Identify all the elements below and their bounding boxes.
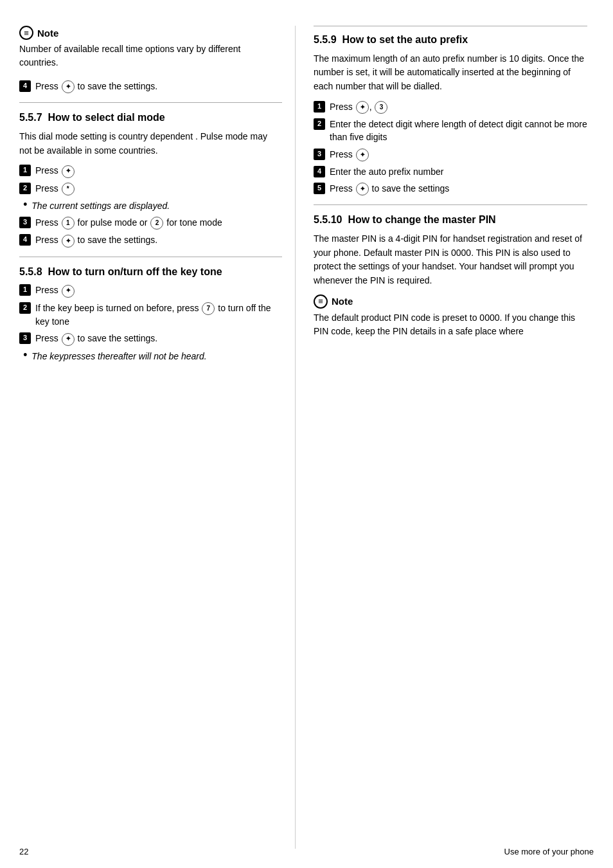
section-5510: 5.5.10 How to change the master PIN The … [314,213,587,338]
section-558-title: 5.5.8 How to turn on/turn off the key to… [19,265,282,279]
page-number: 22 [19,847,28,856]
divider-2 [19,257,282,257]
note-header-5510: ≡ Note [314,294,587,309]
step-559-3: 3 Press ✦ [314,148,587,161]
right-column: 5.5.9 How to set the auto prefix The max… [296,26,587,849]
step-num-559-1: 1 [314,101,325,113]
section-557-steps: 1 Press ✦ 2 Press * • The current settin… [19,164,282,247]
step-num-note-4: 4 [19,80,31,92]
step-558-3: 3 Press ✦ to save the settings. [19,332,282,345]
note-header-top: ≡ Note [19,26,282,40]
nav-icon-559-3: ✦ [356,149,369,161]
section-558-steps: 1 Press ✦ 2 If the key beep is turned on… [19,284,282,362]
step-557-2: 2 Press * [19,182,282,195]
section-5510-title: 5.5.10 How to change the master PIN [314,213,587,227]
step-text-559-5: Press ✦ to save the settings [330,182,587,195]
divider-right-mid [314,204,587,205]
step-557-3: 3 Press 1 for pulse mode or 2 for tone m… [19,216,282,230]
note-icon-5510: ≡ [314,294,328,309]
section-559-title: 5.5.9 How to set the auto prefix [314,33,587,47]
step-557-1: 1 Press ✦ [19,164,282,177]
step-559-2: 2 Enter the detect digit where length of… [314,118,587,144]
step-text-559-2: Enter the detect digit where length of d… [330,118,587,144]
step-558-bullet: • The keypresses thereafter will not be … [19,350,282,363]
step-text-557-1: Press ✦ [35,164,282,177]
section-557: 5.5.7 How to select dial mode This dial … [19,111,282,247]
note-text-5510: The default product PIN code is preset t… [314,311,587,338]
section-559: 5.5.9 How to set the auto prefix The max… [314,26,587,195]
step-num-557-3: 3 [19,217,31,228]
two-icon-557-3: 2 [150,217,163,230]
nav-icon-557-4: ✦ [62,235,75,248]
step-num-558-3: 3 [19,332,31,344]
section-5510-desc: The master PIN is a 4-digit PIN for hand… [314,232,587,288]
step-text-557-3: Press 1 for pulse mode or 2 for tone mod… [35,216,282,230]
step-text-557-4: Press ✦ to save the settings. [35,233,282,247]
bullet-text-558: The keypresses thereafter will not be he… [31,350,206,363]
note-icon-top: ≡ [19,26,33,40]
step-557-4: 4 Press ✦ to save the settings. [19,233,282,247]
step-num-559-2: 2 [314,118,325,130]
step-559-5: 5 Press ✦ to save the settings [314,182,587,195]
step-text-558-1: Press ✦ [35,284,282,297]
step-text-557-2: Press * [35,182,282,195]
step-557-bullet: • The current settings are displayed. [19,199,282,212]
step-text-558-2: If the key beep is turned on before, pre… [35,302,282,329]
section-559-steps: 1 Press ✦, 3 2 Enter the detect digit wh… [314,100,587,196]
section-558: 5.5.8 How to turn on/turn off the key to… [19,265,282,363]
nav-button-note: ✦ [62,80,75,93]
step-num-558-1: 1 [19,284,31,296]
seven-icon-558-2: 7 [202,302,215,315]
section-557-desc: This dial mode setting is country depend… [19,130,282,158]
three-icon-559-1: 3 [375,101,387,114]
note-title-top: Note [37,28,58,39]
page-footer: 22 Use more of your phone [19,847,594,856]
step-559-4: 4 Enter the auto prefix number [314,165,587,178]
step-558-2: 2 If the key beep is turned on before, p… [19,302,282,329]
note-box-top: ≡ Note Number of available recall time o… [19,26,282,69]
left-column: ≡ Note Number of available recall time o… [19,26,296,849]
bullet-dot-558: • [23,349,27,361]
nav-icon-557-1: ✦ [62,165,75,178]
step-num-557-2: 2 [19,183,31,194]
nav-icon-558-1: ✦ [62,285,75,298]
nav-icon-558-3: ✦ [62,333,75,346]
bullet-text-557: The current settings are displayed. [31,199,170,212]
nav-icon-559-1: ✦ [356,101,369,114]
note-step-4: 4 Press ✦ to save the settings. [19,80,282,93]
step-num-557-4: 4 [19,234,31,246]
step-558-1: 1 Press ✦ [19,284,282,297]
step-559-1: 1 Press ✦, 3 [314,100,587,114]
star-icon-557-2: * [62,183,75,195]
step-num-559-4: 4 [314,166,325,177]
step-text-559-1: Press ✦, 3 [330,100,587,114]
step-text-559-4: Enter the auto prefix number [330,165,587,178]
footer-right-text: Use more of your phone [504,847,594,856]
step-text-559-3: Press ✦ [330,148,587,161]
bullet-dot-557: • [23,199,27,210]
step-num-559-5: 5 [314,183,325,194]
divider-right-top [314,26,587,26]
step-text-558-3: Press ✦ to save the settings. [35,332,282,345]
note-box-5510: ≡ Note The default product PIN code is p… [314,294,587,338]
step-num-557-1: 1 [19,165,31,176]
step-text-note-4: Press ✦ to save the settings. [35,80,282,93]
step-num-558-2: 2 [19,302,31,314]
one-icon-557-3: 1 [62,217,75,230]
section-557-title: 5.5.7 How to select dial mode [19,111,282,125]
note-title-5510: Note [332,296,353,307]
step-num-559-3: 3 [314,149,325,160]
nav-icon-559-5: ✦ [356,183,369,195]
divider-1 [19,102,282,103]
section-559-desc: The maximum length of an auto prefix num… [314,52,587,94]
note-text-top: Number of available recall time options … [19,42,282,69]
